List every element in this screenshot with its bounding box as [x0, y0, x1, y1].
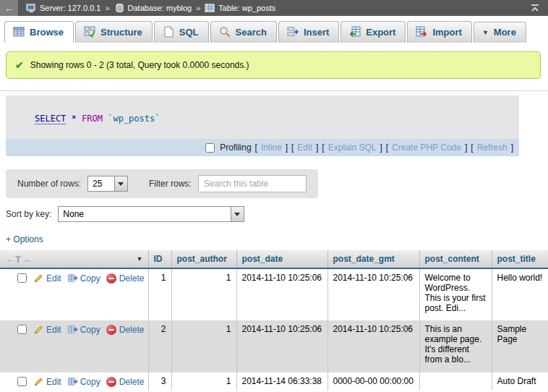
explain-sql-link[interactable]: Explain SQL [328, 142, 377, 153]
tab-search[interactable]: Search [210, 21, 277, 43]
tab-label: Browse [30, 27, 64, 38]
back-button[interactable]: ← [0, 0, 19, 16]
cell-post-title[interactable]: Hello world! [492, 268, 548, 320]
column-header-post-author[interactable]: post_author [171, 250, 236, 268]
bracket: ] [380, 142, 382, 153]
bracket: [ [322, 142, 324, 153]
create-php-code-link[interactable]: Create PHP Code [392, 142, 461, 153]
cell-post-content[interactable]: This is an example page. It's different … [419, 320, 492, 372]
breadcrumb-separator: » [105, 4, 109, 12]
number-of-rows-select-wrap: 25 [87, 176, 128, 192]
caret-down-icon: ▼ [482, 29, 489, 36]
delete-icon [106, 377, 116, 387]
bracket: ] [465, 142, 467, 153]
edit-link[interactable]: Edit [46, 325, 61, 335]
filter-rows-input[interactable] [198, 175, 307, 192]
sql-keyword-select: SELECT [35, 114, 66, 124]
row-checkbox[interactable] [17, 273, 27, 283]
tab-more[interactable]: ▼ More [474, 22, 526, 43]
cell-id[interactable]: 3 [148, 372, 171, 391]
browse-icon [13, 26, 25, 38]
pencil-icon [33, 324, 44, 335]
breadcrumb-server[interactable]: Server: 127.0.0.1 [40, 4, 100, 12]
row-actions-cell: EditCopyDelete [0, 268, 148, 320]
tab-label: More [494, 27, 516, 38]
results-table: ←T→ ▼ ID post_author post_date post_date… [0, 250, 548, 391]
cell-post-date-gmt[interactable]: 2014-11-10 10:25:06 [327, 320, 419, 372]
column-header-post-date[interactable]: post_date [236, 250, 327, 268]
column-header-post-title[interactable]: post_title [492, 250, 548, 268]
delete-link[interactable]: Delete [119, 325, 145, 335]
delete-link[interactable]: Delete [119, 377, 145, 387]
cell-post-date[interactable]: 2014-11-14 06:33:38 [236, 372, 327, 391]
refresh-link[interactable]: Refresh [477, 142, 508, 153]
sql-query-box: SELECT * FROM `wp_posts` Profiling [ Inl… [6, 95, 519, 156]
bracket: ] [316, 142, 318, 153]
copy-link[interactable]: Copy [80, 377, 100, 387]
tab-import[interactable]: Import [407, 21, 471, 43]
tab-insert[interactable]: Insert [278, 21, 339, 43]
table-row: EditCopyDelete 1 1 2014-11-10 10:25:06 2… [0, 268, 548, 320]
database-icon [114, 3, 125, 14]
inline-link[interactable]: Inline [261, 142, 282, 153]
copy-link[interactable]: Copy [80, 325, 100, 335]
query-toolbar: Profiling [ Inline ] [ Edit ] [ Explain … [6, 139, 519, 156]
bracket: ] [511, 142, 513, 153]
delete-icon [106, 325, 116, 335]
cell-post-content[interactable]: Welcome to WordPress. This is your first… [419, 268, 492, 320]
cell-post-date-gmt[interactable]: 0000-00-00 00:00:00 [327, 372, 419, 391]
cell-post-title[interactable]: Sample Page [492, 320, 548, 372]
cell-post-date-gmt[interactable]: 2014-11-10 10:25:06 [327, 268, 419, 320]
tab-export[interactable]: Export [341, 21, 406, 43]
tab-browse[interactable]: Browse [4, 21, 74, 43]
back-icon: ← [4, 3, 14, 14]
filter-rows-label: Filter rows: [149, 179, 192, 189]
status-text: Showing rows 0 - 2 (3 total, Query took … [30, 60, 249, 70]
column-header-post-date-gmt[interactable]: post_date_gmt [327, 250, 419, 268]
column-header-post-content[interactable]: post_content [419, 250, 492, 268]
number-of-rows-label: Number of rows: [17, 179, 81, 189]
edit-query-link[interactable]: Edit [297, 142, 312, 153]
cell-post-author[interactable]: 1 [171, 320, 236, 372]
cell-post-content[interactable] [419, 372, 492, 391]
bracket: [ [291, 142, 294, 153]
collapse-icon[interactable] [529, 2, 541, 14]
breadcrumb-table[interactable]: Table: wp_posts [218, 4, 275, 12]
cell-post-title[interactable]: Auto Draft [492, 372, 548, 391]
options-toggle[interactable]: + Options [6, 234, 43, 244]
edit-link[interactable]: Edit [46, 377, 61, 387]
tab-label: Export [366, 27, 395, 38]
column-header-id[interactable]: ID [148, 250, 171, 268]
tab-sql[interactable]: SQL [154, 21, 209, 43]
profiling-checkbox[interactable] [205, 143, 215, 153]
pencil-icon [33, 376, 44, 387]
cell-post-author[interactable]: 1 [171, 372, 236, 391]
sort-by-key-select[interactable]: None [58, 206, 244, 222]
row-actions-cell: EditCopyDelete [0, 320, 148, 372]
cell-post-date[interactable]: 2014-11-10 10:25:06 [236, 320, 327, 372]
import-icon [416, 26, 427, 38]
cell-id[interactable]: 2 [148, 320, 171, 372]
edit-link[interactable]: Edit [46, 273, 61, 284]
divider [0, 90, 548, 91]
number-of-rows-select[interactable]: 25 [87, 176, 128, 192]
delete-link[interactable]: Delete [119, 273, 145, 284]
server-icon [26, 3, 37, 14]
cell-post-author[interactable]: 1 [171, 268, 236, 320]
sort-caret-icon[interactable]: ▼ [137, 255, 143, 263]
copy-link[interactable]: Copy [80, 273, 100, 284]
breadcrumb-database[interactable]: Database: myblog [128, 4, 192, 12]
cell-id[interactable]: 1 [148, 268, 171, 320]
tab-structure[interactable]: Structure [75, 21, 153, 43]
cell-post-date[interactable]: 2014-11-10 10:25:06 [236, 268, 327, 320]
breadcrumb-separator: » [196, 4, 200, 12]
search-icon [219, 26, 231, 38]
row-actions-cell: EditCopyDelete [0, 372, 148, 391]
sort-control: Sort by key: None [6, 206, 548, 222]
sql-table-name: `wp_posts` [108, 114, 160, 124]
tab-label: Structure [100, 27, 142, 38]
phpmyadmin-window: ← Server: 127.0.0.1 » Database: myblog »… [0, 0, 548, 392]
row-checkbox[interactable] [17, 377, 27, 386]
transpose-icon[interactable]: ←T→ [5, 254, 32, 265]
row-checkbox[interactable] [17, 325, 27, 334]
